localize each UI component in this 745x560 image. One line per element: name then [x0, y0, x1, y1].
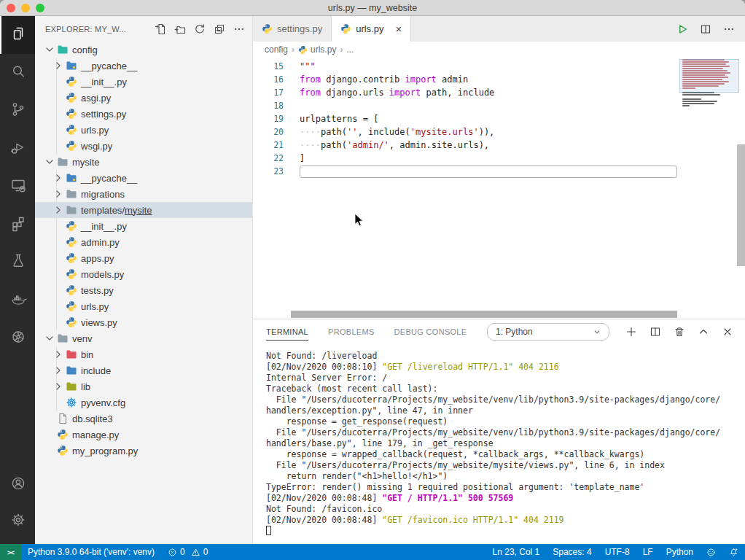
run-icon[interactable] — [676, 23, 688, 35]
python-icon — [340, 23, 351, 34]
more-icon[interactable] — [723, 23, 735, 35]
chevron-right-icon[interactable] — [52, 60, 64, 71]
code-line[interactable]: 15""" — [253, 60, 745, 73]
chevron-down-icon[interactable] — [44, 332, 55, 344]
tree-item-my-program-py[interactable]: my_program.py — [35, 443, 252, 459]
tree-item-urls-py[interactable]: urls.py — [35, 122, 252, 138]
activity-search[interactable] — [0, 54, 35, 92]
tree-item-tests-py[interactable]: tests.py — [35, 282, 252, 298]
activity-remote-explorer[interactable] — [0, 168, 35, 206]
breadcrumb-item[interactable]: urls.py — [298, 44, 336, 55]
collapse-all-icon[interactable] — [214, 23, 225, 35]
tree-item-asgi-py[interactable]: asgi.py — [35, 90, 252, 106]
tree-item-venv[interactable]: venv — [35, 330, 252, 346]
chevron-right-icon[interactable] — [52, 365, 64, 376]
code-line[interactable]: 22] — [253, 152, 745, 165]
close-panel-icon[interactable] — [722, 326, 733, 338]
chevron-down-icon[interactable] — [44, 156, 55, 168]
code-line[interactable]: 21····path('admin/', admin.site.urls), — [253, 139, 745, 152]
eol-status[interactable]: LF — [636, 544, 660, 560]
activity-testing[interactable] — [0, 244, 35, 281]
tree-item-lib[interactable]: lib — [35, 378, 252, 394]
panel-tab-debug-console[interactable]: DEBUG CONSOLE — [394, 319, 467, 344]
chevron-right-icon[interactable] — [52, 349, 64, 360]
tree-item--pycache-[interactable]: __pycache__ — [35, 170, 252, 186]
indentation-status[interactable]: Spaces: 4 — [546, 544, 598, 560]
tree-item-apps-py[interactable]: apps.py — [35, 250, 252, 266]
tree-item-templates[interactable]: templates / mysite — [35, 202, 252, 218]
code-line[interactable]: 23 — [253, 165, 745, 178]
problems-status[interactable]: 0 0 — [161, 544, 214, 560]
tree-item-models-py[interactable]: models.py — [35, 266, 252, 282]
close-tab-icon[interactable]: × — [395, 23, 402, 34]
tree-item-urls-py[interactable]: urls.py — [35, 298, 252, 314]
activity-account[interactable] — [0, 467, 35, 503]
encoding-status[interactable]: UTF-8 — [598, 544, 636, 560]
tree-item-db-sqlite3[interactable]: db.sqlite3 — [35, 411, 252, 427]
tree-item-manage-py[interactable]: manage.py — [35, 427, 252, 443]
activity-run-debug[interactable] — [0, 130, 35, 168]
activity-explorer[interactable] — [0, 16, 35, 54]
code-line[interactable]: 19urlpatterns = [ — [253, 112, 745, 125]
activity-kubernetes[interactable] — [0, 319, 35, 357]
terminal-shell-select[interactable]: 1: Python — [487, 323, 609, 341]
horizontal-scrollbar[interactable] — [291, 311, 677, 318]
panel-tab-terminal[interactable]: TERMINAL — [266, 319, 308, 344]
kill-terminal-icon[interactable] — [674, 326, 685, 338]
new-folder-icon[interactable] — [174, 23, 186, 35]
breadcrumb-item[interactable]: ... — [346, 44, 354, 55]
tree-item-link[interactable]: mysite — [125, 205, 152, 216]
tree-item--init-py[interactable]: __init__.py — [35, 218, 252, 234]
tree-item-admin-py[interactable]: admin.py — [35, 234, 252, 250]
new-file-icon[interactable] — [155, 23, 166, 35]
tab-settings-py[interactable]: settings.py — [253, 16, 332, 42]
new-terminal-icon[interactable] — [625, 326, 637, 338]
panel-tab-problems[interactable]: PROBLEMS — [328, 319, 375, 344]
activity-docker[interactable] — [0, 281, 35, 319]
code-line[interactable]: 17from django.urls import path, include — [253, 86, 745, 99]
chevron-right-icon[interactable] — [52, 188, 64, 200]
cursor-position-status[interactable]: Ln 23, Col 1 — [486, 544, 547, 560]
code-line[interactable]: 16from django.contrib import admin — [253, 73, 745, 86]
tree-item--pycache-[interactable]: __pycache__ — [35, 58, 252, 74]
tree-item-migrations[interactable]: migrations — [35, 186, 252, 202]
code-line[interactable]: 18 — [253, 99, 745, 112]
chevron-right-icon[interactable] — [52, 172, 64, 184]
tree-item-include[interactable]: include — [35, 362, 252, 378]
tree-item-config[interactable]: config — [35, 42, 252, 58]
more-icon[interactable] — [233, 23, 245, 35]
feedback-status[interactable] — [700, 544, 722, 560]
activity-extensions[interactable] — [0, 206, 35, 244]
tab-urls-py[interactable]: urls.py× — [332, 16, 411, 42]
chevron-down-icon[interactable] — [44, 44, 55, 55]
tree-item-settings-py[interactable]: settings.py — [35, 106, 252, 122]
minimap[interactable] — [682, 59, 736, 317]
minimap-slider[interactable] — [679, 59, 739, 93]
activity-source-control[interactable] — [0, 92, 35, 130]
tree-item-wsgi-py[interactable]: wsgi.py — [35, 138, 252, 154]
refresh-icon[interactable] — [194, 23, 206, 35]
minimize-window-button[interactable] — [21, 4, 30, 12]
tree-item-mysite[interactable]: mysite — [35, 154, 252, 170]
vertical-scrollbar[interactable] — [737, 144, 745, 266]
code-line[interactable]: 20····path('', include('mysite.urls')), — [253, 125, 745, 139]
maximize-panel-icon[interactable] — [698, 326, 709, 338]
activity-settings[interactable] — [0, 503, 35, 540]
close-window-button[interactable] — [7, 4, 15, 12]
bell-status[interactable] — [722, 544, 745, 560]
tree-item-bin[interactable]: bin — [35, 346, 252, 362]
terminal-output[interactable]: Not Found: /livereload[02/Nov/2020 00:08… — [253, 344, 745, 544]
editor[interactable]: 15"""16from django.contrib import admin1… — [253, 58, 745, 319]
tree-item--init-py[interactable]: __init__.py — [35, 74, 252, 90]
chevron-right-icon[interactable] — [52, 381, 64, 392]
split-editor-icon[interactable] — [700, 23, 711, 35]
remote-indicator[interactable]: >< — [0, 544, 21, 560]
chevron-right-icon[interactable] — [52, 204, 64, 216]
language-mode-status[interactable]: Python — [660, 544, 700, 560]
split-terminal-icon[interactable] — [650, 326, 661, 338]
zoom-window-button[interactable] — [36, 4, 44, 12]
tree-item-pyvenv-cfg[interactable]: pyvenv.cfg — [35, 394, 252, 411]
tree-item-views-py[interactable]: views.py — [35, 314, 252, 330]
breadcrumb-item[interactable]: config — [265, 44, 288, 55]
python-interpreter-status[interactable]: Python 3.9.0 64-bit ('venv': venv) — [21, 544, 161, 560]
